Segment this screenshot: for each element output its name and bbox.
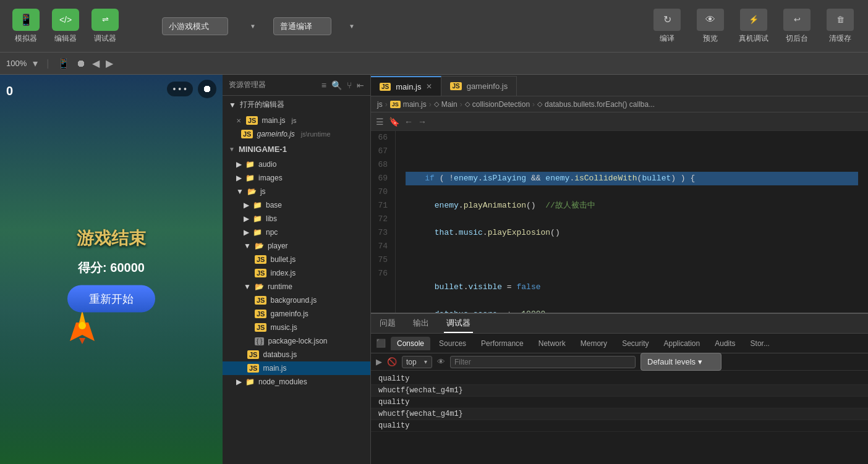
folder-runtime[interactable]: ▼ 📂 runtime [223,280,370,293]
tab-output[interactable]: 输出 [411,314,432,333]
compile-button[interactable]: ↻ 编译 [652,9,683,44]
devtool-performance[interactable]: Performance [475,337,530,350]
npc-arrow-icon: ▶ [244,228,249,237]
tab-main-js-close[interactable]: ✕ [426,82,432,91]
folder-libs[interactable]: ▶ 📁 libs [223,212,370,226]
devtools-side-icon[interactable]: ⬛ [376,339,386,348]
preview-menu-dots[interactable]: • • • [167,82,193,96]
tab-main-js[interactable]: JS main.js ✕ [371,76,441,96]
devtool-network[interactable]: Network [532,337,572,350]
devtool-application[interactable]: Application [657,337,706,350]
clear-cache-button[interactable]: 🗑 清缓存 [825,9,856,44]
nav-forward-icon[interactable]: → [418,117,427,127]
tab-gameinfo-js[interactable]: JS gameinfo.js [441,76,517,96]
devtool-console[interactable]: Console [391,337,430,350]
databus-js-name: databus.js [263,350,297,359]
console-line-5: quality [371,420,868,432]
menu-icon[interactable]: ☰ [376,117,384,127]
collapse-icon[interactable]: ⇤ [357,80,364,90]
editor-button[interactable]: </> 编辑器 [52,9,79,44]
compile-type-select[interactable]: 普通编译 ▼ [273,17,360,35]
bookmark-icon[interactable]: 🔖 [389,117,399,127]
audio-folder-icon: 📁 [245,160,255,169]
device-icon[interactable]: 📱 [57,57,70,69]
forward-icon[interactable]: ▶ [106,57,113,69]
bullet-js-name: bullet.js [270,255,296,264]
line-num-70: 70 [371,185,390,199]
devtools-block-icon[interactable]: 🚫 [387,357,397,366]
gameinfo-runtime-type-icon: JS [255,310,266,318]
open-file-gameinfo-js[interactable]: JS gameinfo.js js\runtime [223,127,370,141]
breadcrumb-collision-icon: ◇ [465,100,470,108]
code-content[interactable]: if ( !enemy.isPlaying && enemy.isCollide… [396,131,868,313]
devtool-audits[interactable]: Audits [708,337,741,350]
editor-tabs: JS main.js ✕ JS gameinfo.js [371,75,868,96]
open-file-gameinfo-js-name: gameinfo.js [257,130,294,138]
context-select[interactable]: top ▾ [402,356,432,368]
breadcrumb-foreach[interactable]: databus.bullets.forEach() callba... [545,100,655,109]
folder-npc[interactable]: ▶ 📁 npc [223,226,370,239]
log-levels-select[interactable]: Default levels ▾ [640,353,721,371]
audio-arrow-icon: ▶ [236,160,242,169]
compile-mode-option[interactable]: 小游戏模式 小程序模式 [162,17,228,35]
folder-audio[interactable]: ▶ 📁 audio [223,158,370,171]
close-icon[interactable]: ✕ [236,117,241,124]
file-music-js[interactable]: JS music.js [223,321,370,334]
file-gameinfo-runtime[interactable]: JS gameinfo.js [223,307,370,321]
folder-player[interactable]: ▼ 📂 player [223,239,370,253]
devtool-stor[interactable]: Stor... [744,337,776,350]
compile-label: 编译 [660,33,674,44]
line-num-66: 66 [371,131,390,145]
folder-images[interactable]: ▶ 📁 images [223,171,370,185]
record-icon[interactable]: ⏺ [76,58,86,69]
file-index-js[interactable]: JS index.js [223,266,370,280]
back-icon[interactable]: ◀ [92,57,100,69]
file-databus-js[interactable]: JS databus.js [223,348,370,361]
nav-back-icon[interactable]: ← [404,117,413,127]
tab-debugger[interactable]: 调试器 [444,314,473,333]
log-levels-option[interactable]: Default levels ▾ [640,353,721,371]
file-main-js-tree[interactable]: JS main.js [223,361,370,375]
search-files-icon[interactable]: 🔍 [331,80,342,90]
real-device-button[interactable]: ⚡ 真机调试 [738,9,769,44]
main-js-tree-name: main.js [263,364,286,373]
line-num-76: 76 [371,267,390,281]
context-option[interactable]: top [402,356,432,368]
file-background-js[interactable]: JS background.js [223,293,370,307]
js-label: js [260,187,266,196]
file-bullet-js[interactable]: JS bullet.js [223,253,370,266]
folder-base[interactable]: ▶ 📁 base [223,198,370,212]
devtool-sources[interactable]: Sources [433,337,472,350]
devtool-security[interactable]: Security [616,337,655,350]
debugger-button[interactable]: ⇌ 调试器 [91,9,119,44]
folder-node-modules[interactable]: ▶ 📁 node_modules [223,375,370,389]
compile-mode-select[interactable]: 小游戏模式 小程序模式 ▼ [162,17,261,35]
file-package-lock[interactable]: { } package-lock.json [223,334,370,348]
breadcrumb-main-js[interactable]: main.js [403,100,427,109]
open-file-main-js-name: main.js [262,116,285,125]
breadcrumb-collision[interactable]: collisionDetection [472,100,530,109]
breadcrumb-main-class[interactable]: Main [441,100,457,109]
simulator-button[interactable]: 📱 模拟器 [12,9,40,44]
backend-button[interactable]: ↩ 切后台 [781,9,812,44]
open-editors-section[interactable]: ▼ 打开的编辑器 [223,96,370,114]
folder-js[interactable]: ▼ 📂 js [223,185,370,198]
source-control-icon[interactable]: ⑂ [347,80,352,90]
project-section[interactable]: ▼ MINIGAME-1 [223,141,370,158]
console-output[interactable]: quality whuctf{wechat_g4m1} quality whuc… [371,371,868,464]
devtools-expand-icon[interactable]: ▶ [376,357,382,366]
open-file-main-js[interactable]: ✕ JS main.js js [223,114,370,127]
console-filter-input[interactable] [450,356,636,368]
breadcrumb-js[interactable]: js [377,100,383,109]
devtool-memory[interactable]: Memory [574,337,613,350]
devtools-eye-icon[interactable]: 👁 [437,357,445,366]
game-over-title: 游戏结束 [77,227,146,250]
preview-record-btn[interactable]: ⏺ [198,80,216,98]
zoom-arrow-icon[interactable]: ▾ [33,57,38,69]
devtool-audits-label: Audits [715,339,735,348]
restart-button[interactable]: 重新开始 [67,285,155,313]
new-file-icon[interactable]: ≡ [321,80,326,90]
tab-issues[interactable]: 问题 [377,314,398,333]
compile-type-option[interactable]: 普通编译 [273,17,331,35]
preview-button[interactable]: 👁 预览 [695,9,726,44]
